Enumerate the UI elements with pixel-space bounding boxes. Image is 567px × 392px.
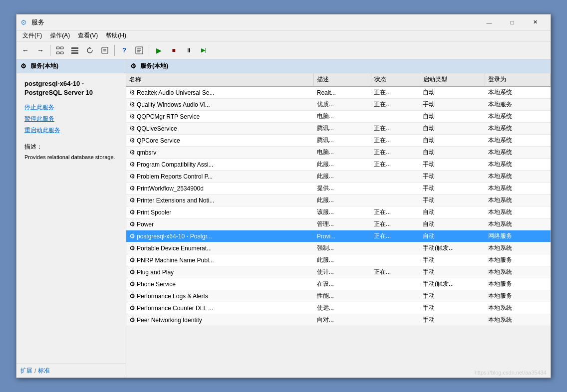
menu-action[interactable]: 操作(A) — [46, 30, 74, 41]
maximize-button[interactable]: □ — [501, 14, 524, 30]
right-header-icon: ⚙ — [130, 62, 138, 70]
service-login: 本地系统 — [485, 86, 551, 99]
table-row[interactable]: ⚙Phone Service在设...手动(触发...本地服务 — [126, 278, 551, 290]
table-row[interactable]: ⚙Performance Counter DLL ...使远...手动本地系统 — [126, 302, 551, 314]
service-status — [371, 314, 420, 326]
refresh-button[interactable] — [83, 43, 97, 57]
list-button[interactable] — [68, 43, 82, 57]
table-row[interactable]: ⚙QQPCMgr RTP Service电脑...自动本地系统 — [126, 111, 551, 123]
back-button[interactable]: ← — [18, 43, 32, 57]
table-row[interactable]: ⚙Performance Logs & Alerts性能...手动本地服务 — [126, 290, 551, 302]
service-startup: 手动 — [420, 195, 485, 206]
stop-service-link[interactable]: 停止此服务 — [24, 103, 118, 112]
service-login: 本地服务 — [485, 254, 551, 266]
col-header-startup[interactable]: 启动类型 — [420, 73, 485, 86]
service-desc: 此服... — [314, 171, 371, 183]
table-scroll[interactable]: 名称 描述 状态 启动类型 登录为 ⚙Realtek Audio Univers… — [126, 73, 551, 378]
table-row[interactable]: ⚙PrintWorkflow_2534900d提供...手动本地系统 — [126, 183, 551, 195]
service-login: 本地系统 — [485, 159, 551, 171]
col-header-name[interactable]: 名称 — [126, 73, 314, 86]
menu-bar: 文件(F) 操作(A) 查看(V) 帮助(H) — [16, 30, 551, 41]
service-icon: ⚙ — [129, 316, 135, 324]
col-header-login[interactable]: 登录为 — [485, 73, 551, 86]
table-row[interactable]: ⚙Realtek Audio Universal Se...Realt...正在… — [126, 86, 551, 99]
forward-button[interactable]: → — [33, 43, 47, 57]
service-login: 本地系统 — [485, 123, 551, 135]
table-row[interactable]: ⚙Quality Windows Audio Vi...优质...正在...手动… — [126, 99, 551, 111]
restart-service-link[interactable]: 重启动此服务 — [24, 126, 118, 135]
table-row[interactable]: ⚙Printer Extensions and Noti...此服...手动本地… — [126, 195, 551, 206]
service-icon: ⚙ — [129, 125, 135, 132]
col-header-desc[interactable]: 描述 — [314, 73, 371, 86]
table-row[interactable]: ⚙Program Compatibility Assi...此服...正在...… — [126, 159, 551, 171]
properties-button[interactable] — [132, 43, 146, 57]
service-login: 本地服务 — [485, 278, 551, 290]
table-row[interactable]: ⚙Power管理...正在...自动本地系统 — [126, 218, 551, 230]
table-row[interactable]: ⚙Problem Reports Control P...此服...手动本地系统 — [126, 171, 551, 183]
service-name: qmbsrv — [137, 149, 156, 156]
service-status: 正在... — [371, 230, 420, 242]
svg-rect-3 — [60, 52, 63, 54]
service-startup: 自动 — [420, 147, 485, 159]
table-row[interactable]: ⚙postgresql-x64-10 - Postgr...Provi...正在… — [126, 230, 551, 242]
service-name: Peer Networking Identity — [137, 317, 202, 324]
service-icon: ⚙ — [129, 208, 135, 216]
service-icon: ⚙ — [129, 113, 135, 120]
left-panel-title: 服务(本地) — [30, 62, 58, 70]
service-status — [371, 183, 420, 195]
start-button[interactable]: ▶ — [152, 43, 166, 57]
table-row[interactable]: ⚙Portable Device Enumerat...强制...手动(触发..… — [126, 242, 551, 254]
tree-button[interactable] — [53, 43, 67, 57]
table-row[interactable]: ⚙QQLiveService腾讯...正在...自动本地系统 — [126, 123, 551, 135]
pause-service-link[interactable]: 暂停此服务 — [24, 115, 118, 123]
table-row[interactable]: ⚙Plug and Play使计...正在...手动本地系统 — [126, 266, 551, 278]
service-name: Phone Service — [137, 281, 176, 288]
table-row[interactable]: ⚙qmbsrv电脑...正在...自动本地系统 — [126, 147, 551, 159]
menu-file[interactable]: 文件(F) — [18, 30, 46, 41]
app-icon: ⚙ — [20, 18, 28, 26]
pause-button[interactable]: ⏸ — [182, 43, 196, 57]
right-panel: ⚙ 服务(本地) 名称 描述 状态 启动类型 登录为 — [126, 59, 551, 378]
export-button[interactable] — [98, 43, 112, 57]
minimize-button[interactable]: — — [478, 14, 501, 30]
table-row[interactable]: ⚙PNRP Machine Name Publ...此服...手动本地服务 — [126, 254, 551, 266]
service-desc: 优质... — [314, 99, 371, 111]
service-name: PNRP Machine Name Publ... — [137, 257, 214, 264]
desc-label: 描述： — [24, 143, 118, 151]
svg-rect-1 — [60, 47, 63, 49]
col-header-status[interactable]: 状态 — [371, 73, 420, 86]
service-desc: 性能... — [314, 290, 371, 302]
service-name: Power — [137, 221, 154, 228]
close-button[interactable]: ✕ — [524, 14, 547, 30]
help-button[interactable]: ? — [117, 43, 131, 57]
service-login: 本地系统 — [485, 171, 551, 183]
menu-help[interactable]: 帮助(H) — [102, 30, 130, 41]
table-row[interactable]: ⚙Peer Networking Identity向对...手动本地系统 — [126, 314, 551, 326]
table-row[interactable]: ⚙Print Spooler该服...正在...自动本地系统 — [126, 206, 551, 218]
service-desc: 提供... — [314, 183, 371, 195]
service-login: 本地系统 — [485, 266, 551, 278]
service-desc: 此服... — [314, 254, 371, 266]
restart-button[interactable]: ▶| — [197, 43, 211, 57]
service-name: QQPCMgr RTP Service — [137, 113, 200, 120]
table-row[interactable]: ⚙QPCore Service腾讯...正在...自动本地系统 — [126, 135, 551, 147]
menu-view[interactable]: 查看(V) — [74, 30, 102, 41]
service-desc: Realt... — [314, 86, 371, 99]
title-bar: ⚙ 服务 — □ ✕ — [16, 14, 551, 30]
service-login: 本地系统 — [485, 206, 551, 218]
selected-service-name: postgresql-x64-10 - PostgreSQL Server 10 — [24, 79, 118, 97]
content-area: ⚙ 服务(本地) postgresql-x64-10 - PostgreSQL … — [16, 59, 551, 378]
service-startup: 自动 — [420, 206, 485, 218]
stop-button[interactable]: ■ — [167, 43, 181, 57]
expand-tab[interactable]: 扩展 — [20, 367, 32, 375]
service-login: 本地系统 — [485, 183, 551, 195]
service-desc: 使远... — [314, 302, 371, 314]
service-name: Printer Extensions and Noti... — [137, 197, 214, 204]
standard-tab[interactable]: 标准 — [38, 367, 50, 375]
service-login: 本地系统 — [485, 218, 551, 230]
watermark: https://blog.csdn.net/aa35434 — [475, 370, 547, 376]
service-status: 正在... — [371, 218, 420, 230]
toolbar: ← → — [16, 41, 551, 59]
svg-rect-0 — [56, 47, 59, 49]
service-startup: 手动 — [420, 183, 485, 195]
